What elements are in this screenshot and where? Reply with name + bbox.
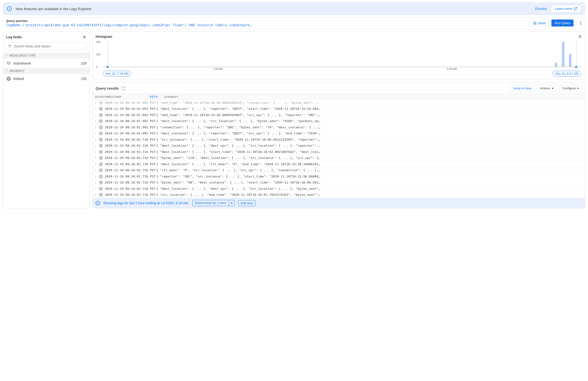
log-timestamp: 2020-11-10 08:16:02.716 PST bbox=[105, 150, 156, 154]
log-row[interactable]: ›✳2020-11-10 08:16:02.716 PST"dest_locat… bbox=[93, 161, 585, 167]
ytick: 100 bbox=[96, 53, 100, 56]
expand-icon[interactable]: › bbox=[95, 150, 99, 154]
log-row[interactable]: ›✳2020-11-10 08:16:02.716 PST"bytes_sent… bbox=[93, 180, 585, 186]
log-fields-title: Log fields bbox=[6, 35, 22, 39]
severity-icon: ✳ bbox=[99, 156, 103, 160]
expand-icon[interactable]: › bbox=[95, 101, 99, 105]
histogram-xticks: 7:30 AM 8:00 AM bbox=[103, 67, 581, 71]
log-row[interactable]: ›✳2020-11-10 08:16:02.716 PST"rtt_msec":… bbox=[93, 167, 585, 174]
edit-time-button[interactable]: Edit time bbox=[238, 200, 256, 206]
log-timestamp: 2020-11-10 08:16:02.716 PST bbox=[105, 181, 156, 184]
log-timestamp: 2020-11-10 08:16:02.716 PST bbox=[105, 193, 156, 196]
learn-more-label: Learn more bbox=[555, 7, 572, 11]
histogram-range-pills: Nov 10, 7:16 AM Nov 10, 8:17 AM bbox=[103, 71, 581, 77]
fields-search-input[interactable] bbox=[14, 44, 85, 48]
expand-icon[interactable]: › bbox=[95, 113, 99, 117]
xtick: 7:30 AM bbox=[213, 67, 222, 70]
expand-icon[interactable]: › bbox=[95, 162, 99, 166]
chevron-up-icon[interactable]: ▲ bbox=[580, 21, 582, 23]
log-row[interactable]: ›✳2020-11-10 08:16:02.716 PST"src_locati… bbox=[93, 192, 585, 198]
expand-icon[interactable]: › bbox=[95, 181, 99, 184]
chevron-down-icon[interactable]: ▼ bbox=[580, 23, 582, 25]
section-label: SEVERITY bbox=[10, 69, 25, 73]
chevron-down-icon[interactable]: ▾ bbox=[229, 200, 234, 206]
extend-time-label[interactable]: Extend time by: 1 hour bbox=[193, 200, 229, 206]
log-summary: "src_instance": { ... }, "start_time": "… bbox=[156, 138, 583, 141]
log-summary: "dest_location": { ... }, "start_time": … bbox=[156, 150, 583, 154]
histogram-title: Histogram bbox=[96, 35, 112, 39]
log-summary: "dest_location": { ... }, "rtt_msec": "0… bbox=[156, 162, 583, 166]
log-row[interactable]: ›✳2020-11-10 08:16:02.716 PST"bytes_sent… bbox=[93, 155, 585, 161]
log-timestamp: 2020-11-10 08:16:02.716 PST bbox=[105, 144, 156, 148]
learn-more-button[interactable]: Learn more bbox=[551, 5, 581, 12]
log-row[interactable]: ›✳2020-11-10 08:16:01.992 PST"end_time":… bbox=[93, 100, 585, 106]
timezone-chip[interactable]: PST▾ bbox=[148, 95, 159, 99]
configure-button[interactable]: Configure▾ bbox=[559, 85, 582, 92]
log-row[interactable]: ›✳2020-11-10 08:16:02.716 PST"dest_locat… bbox=[93, 186, 585, 192]
log-summary: "dest_instance": { ... }, "reporter": "D… bbox=[156, 131, 583, 135]
chevron-down-icon: ▾ bbox=[552, 86, 554, 90]
expand-icon[interactable]: › bbox=[95, 131, 99, 135]
fields-search-box[interactable] bbox=[5, 42, 87, 50]
query-preview[interactable]: Query preview logName:("projects/qwiklab… bbox=[6, 19, 528, 27]
log-row[interactable]: ›✳2020-11-10 08:16:02.716 PST"reporter":… bbox=[93, 173, 585, 180]
info-icon: i bbox=[7, 6, 12, 11]
severity-icon: ✳ bbox=[99, 131, 103, 136]
log-row[interactable]: ›✳2020-11-10 08:16:02.716 PST"dest_locat… bbox=[93, 149, 585, 155]
histogram-chart[interactable]: 0100200 bbox=[103, 41, 581, 67]
dismiss-button[interactable]: Dismiss bbox=[535, 7, 547, 11]
actions-button[interactable]: Actions▾ bbox=[537, 85, 557, 92]
extend-time-button[interactable]: Extend time by: 1 hour ▾ bbox=[192, 200, 235, 206]
filter-icon bbox=[8, 44, 12, 48]
expand-icon[interactable]: › bbox=[95, 119, 99, 123]
log-summary: "src_location": { ... }, "end_time": "20… bbox=[156, 193, 583, 196]
run-query-button[interactable]: Run Query bbox=[551, 20, 574, 26]
section-resource-type[interactable]: ⌃ RESOURCE TYPE bbox=[3, 52, 89, 59]
expand-icon[interactable]: › bbox=[95, 138, 99, 141]
log-row[interactable]: ›✳2020-11-10 08:16:01.992 PST"end_time":… bbox=[93, 112, 585, 118]
log-row[interactable]: ›✳2020-11-10 08:16:02.716 PST"src_instan… bbox=[93, 137, 585, 143]
field-row-default[interactable]: ✳ Default 228 bbox=[3, 74, 89, 83]
log-row[interactable]: ›✳2020-11-10 08:16:01.992 PST"dest_locat… bbox=[93, 118, 585, 125]
save-icon bbox=[533, 21, 537, 25]
expand-icon[interactable]: › bbox=[95, 107, 99, 110]
expand-icon[interactable]: › bbox=[95, 175, 99, 178]
severity-icon: ✳ bbox=[99, 181, 103, 185]
section-label: RESOURCE TYPE bbox=[10, 54, 36, 57]
expand-icon[interactable]: › bbox=[95, 156, 99, 160]
severity-icon: ✳ bbox=[99, 138, 103, 142]
severity-icon: ✳ bbox=[99, 187, 103, 191]
expand-icon[interactable]: › bbox=[95, 144, 99, 148]
expand-icon[interactable]: › bbox=[95, 193, 99, 196]
range-start-pill[interactable]: Nov 10, 7:16 AM bbox=[103, 71, 131, 76]
fullscreen-icon[interactable] bbox=[121, 86, 126, 90]
expand-icon[interactable]: › bbox=[95, 126, 99, 129]
log-timestamp: 2020-11-10 08:16:02.716 PST bbox=[105, 156, 156, 160]
close-icon[interactable]: ✕ bbox=[82, 34, 86, 40]
log-row[interactable]: ›✳2020-11-10 08:16:01.992 PST"dest_insta… bbox=[93, 130, 585, 137]
log-row[interactable]: ›✳2020-11-10 08:16:01.992 PST"dest_locat… bbox=[93, 106, 585, 112]
log-summary: "reporter": "SRC", "src_instance": { ...… bbox=[156, 175, 583, 178]
log-row[interactable]: ›✳2020-11-10 08:16:02.716 PST"dest_locat… bbox=[93, 143, 585, 149]
save-button[interactable]: Save bbox=[530, 20, 549, 27]
results-title: Query results bbox=[96, 86, 119, 90]
query-stepper[interactable]: ▲ ▼ bbox=[576, 21, 582, 25]
log-row[interactable]: ›✳2020-11-10 08:16:01.992 PST"connection… bbox=[93, 124, 585, 130]
log-rows[interactable]: ›✳2020-11-10 08:16:01.992 PST"end_time":… bbox=[93, 100, 585, 198]
histogram-bar[interactable] bbox=[562, 42, 564, 67]
expand-icon[interactable]: › bbox=[95, 168, 99, 172]
log-timestamp: 2020-11-10 08:16:01.992 PST bbox=[105, 126, 156, 129]
log-summary: "connection": { ... }, "reporter": "SRC"… bbox=[156, 126, 583, 129]
histogram-bar[interactable] bbox=[555, 63, 557, 67]
section-severity[interactable]: ⌃ SEVERITY bbox=[3, 68, 89, 74]
jump-to-now-button[interactable]: Jump to Now bbox=[510, 85, 535, 92]
close-icon[interactable]: ✕ bbox=[578, 34, 582, 40]
expand-icon[interactable]: › bbox=[95, 187, 99, 190]
range-end-pill[interactable]: Nov 10, 8:17 AM bbox=[553, 71, 581, 76]
log-summary: "dest_location": { ... }, "src_location"… bbox=[156, 119, 583, 123]
log-timestamp: 2020-11-10 08:16:01.992 PST bbox=[105, 101, 156, 105]
banner-message: New features are available in the Logs E… bbox=[16, 7, 535, 11]
log-summary: "bytes_sent": "98", "dest_instance": { .… bbox=[156, 181, 583, 184]
field-row-subnetwork[interactable]: Subnetwork 228 bbox=[3, 59, 89, 68]
histogram-bar[interactable] bbox=[569, 54, 571, 67]
